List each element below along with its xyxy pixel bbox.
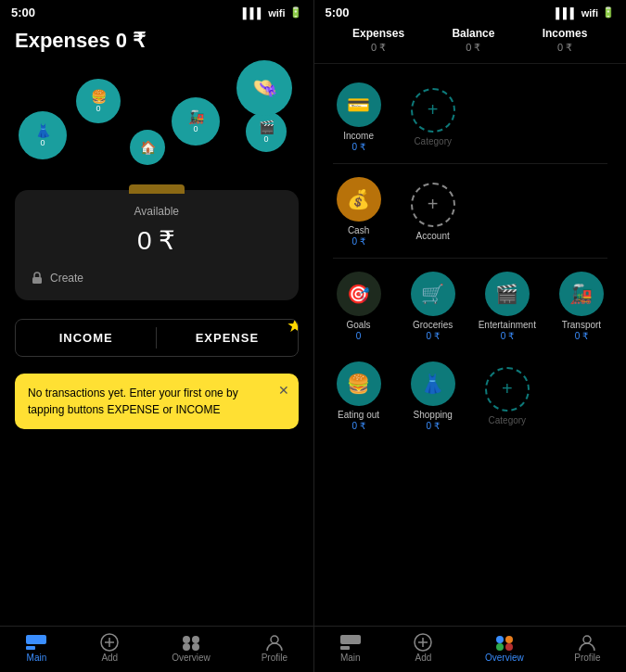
star-badge: ★: [287, 319, 299, 336]
nav-profile-label-left: Profile: [262, 653, 287, 663]
cat-category-add-1[interactable]: + Category: [398, 73, 468, 159]
income-circle: 💳: [337, 82, 381, 127]
circle-center[interactable]: 🏠: [130, 130, 165, 165]
nav-main-left[interactable]: Main: [25, 634, 47, 663]
eatingout-value: 0 ₹: [351, 421, 364, 431]
main-icon-left: [25, 634, 47, 651]
nav-overview-right[interactable]: Overview: [485, 634, 524, 663]
cat-cash[interactable]: 💰 Cash 0 ₹: [324, 168, 394, 254]
circle-clothes[interactable]: 👗 0: [19, 111, 67, 159]
profile-icon-right: [576, 634, 598, 651]
expenses-value: 0 ₹: [352, 42, 404, 54]
category-add-circle-2: +: [485, 367, 530, 412]
main-icon-right: [339, 634, 362, 651]
toast-text: No transactions yet. Enter your first on…: [28, 387, 238, 416]
overview-nav-icon-right: [494, 634, 515, 651]
nav-overview-label-right: Overview: [485, 653, 524, 663]
expenses-title: Expenses 0 ₹: [15, 25, 299, 60]
cat-empty-3: [472, 168, 543, 254]
divider-1: [333, 163, 608, 164]
overview-nav-icon: [181, 634, 201, 651]
cat-eatingout[interactable]: 🍔 Eating out 0 ₹: [324, 352, 394, 438]
category-row-4: 🍔 Eating out 0 ₹ 👗 Shopping 0 ₹ + Catego…: [324, 352, 618, 438]
cat-entertainment[interactable]: 🎬 Entertainment 0 ₹: [472, 262, 543, 349]
bottom-nav-left: Main Add Overview: [0, 626, 313, 672]
svg-rect-0: [32, 277, 42, 284]
toast-message: No transactions yet. Enter your first on…: [15, 374, 299, 429]
eatingout-label: Eating out: [338, 410, 379, 420]
svg-point-20: [583, 636, 591, 643]
category-row-2: 💰 Cash 0 ₹ + Account: [324, 168, 618, 254]
transport-label: Transport: [562, 320, 601, 330]
goals-circle: 🎯: [337, 272, 381, 316]
circle-rail[interactable]: 🚂 0: [172, 97, 220, 146]
svg-rect-1: [26, 635, 46, 644]
groceries-circle: 🛒: [411, 272, 455, 316]
card-amount: 0 ₹: [30, 225, 284, 256]
cat-income[interactable]: 💳 Income 0 ₹: [324, 73, 394, 159]
goals-label: Goals: [347, 320, 371, 330]
nav-add-left[interactable]: Add: [98, 634, 121, 663]
income-label: Income: [343, 131, 374, 141]
shopping-circle: 👗: [411, 361, 455, 406]
svg-rect-2: [26, 646, 35, 650]
add-nav-icon-right: [414, 633, 432, 652]
cat-empty-5: [546, 352, 617, 438]
goals-value: 0: [356, 331, 362, 341]
shopping-value: 0 ₹: [427, 421, 440, 431]
right-panel: 5:00 ▌▌▌ wifi 🔋 Expenses 0 ₹ Balance 0 ₹…: [313, 0, 627, 672]
lock-icon: [30, 271, 45, 285]
nav-main-label-left: Main: [27, 653, 47, 663]
status-bar-left: 5:00 ▌▌▌ wifi 🔋: [0, 0, 313, 21]
expense-button[interactable]: EXPENSE: [157, 320, 297, 356]
nav-profile-left[interactable]: Profile: [262, 634, 287, 663]
category-add-label-1: Category: [414, 136, 452, 146]
category-grid: 💳 Income 0 ₹ + Category 💰 Cash 0 ₹ + Ac: [314, 64, 627, 672]
nav-add-right[interactable]: Add: [412, 634, 434, 663]
cat-account[interactable]: + Account: [398, 168, 468, 254]
income-button[interactable]: INCOME: [16, 320, 156, 356]
circle-hat[interactable]: 👒: [236, 60, 292, 116]
circle-food[interactable]: 🍔 0: [76, 79, 121, 123]
time-left: 5:00: [11, 6, 35, 19]
category-add-circle-1: +: [411, 88, 455, 133]
left-panel: 5:00 ▌▌▌ wifi 🔋 Expenses 0 ₹ 👗 0 🍔 0 🏠 🚂…: [0, 0, 313, 672]
action-buttons: INCOME EXPENSE ★: [15, 319, 299, 357]
cat-empty-2: [546, 73, 617, 159]
account-circle: +: [411, 183, 455, 227]
status-icons-left: ▌▌▌ wifi 🔋: [243, 6, 302, 19]
overview-icon-right: [493, 634, 516, 651]
wallet-card: Available 0 ₹ Create: [15, 190, 299, 300]
main-nav-icon: [26, 635, 46, 650]
transport-value: 0 ₹: [575, 331, 588, 341]
cat-transport[interactable]: 🚂 Transport 0 ₹: [546, 262, 617, 349]
cat-groceries[interactable]: 🛒 Groceries 0 ₹: [398, 262, 468, 349]
circle-film[interactable]: 🎬 0: [246, 111, 287, 152]
nav-overview-left[interactable]: Overview: [172, 634, 211, 663]
entertainment-circle: 🎬: [485, 272, 530, 316]
nav-main-right[interactable]: Main: [339, 634, 362, 663]
nav-profile-right[interactable]: Profile: [574, 634, 600, 663]
category-add-label-2: Category: [489, 415, 527, 425]
svg-point-10: [271, 636, 278, 643]
svg-point-19: [505, 643, 513, 651]
main-nav-icon-right: [340, 635, 361, 650]
balance-label: Balance: [452, 27, 494, 40]
groceries-label: Groceries: [413, 320, 453, 330]
card-create[interactable]: Create: [30, 271, 284, 285]
svg-point-18: [496, 643, 504, 651]
circles-area: 👗 0 🍔 0 🏠 🚂 0 🎬 0 👒: [9, 60, 304, 181]
cat-shopping[interactable]: 👗 Shopping 0 ₹: [398, 352, 468, 438]
toast-close-button[interactable]: ✕: [278, 381, 289, 400]
svg-point-6: [183, 636, 190, 643]
card-available-label: Available: [30, 205, 284, 218]
add-icon-right: [412, 634, 434, 651]
entertainment-label: Entertainment: [479, 320, 536, 330]
svg-point-17: [505, 636, 513, 643]
cat-goals[interactable]: 🎯 Goals 0: [324, 262, 394, 349]
status-bar-right: 5:00 ▌▌▌ wifi 🔋: [314, 0, 627, 21]
nav-add-label-right: Add: [415, 653, 432, 663]
cat-category-add-2[interactable]: + Category: [472, 352, 543, 438]
entertainment-value: 0 ₹: [501, 331, 514, 341]
time-right: 5:00: [326, 6, 350, 19]
